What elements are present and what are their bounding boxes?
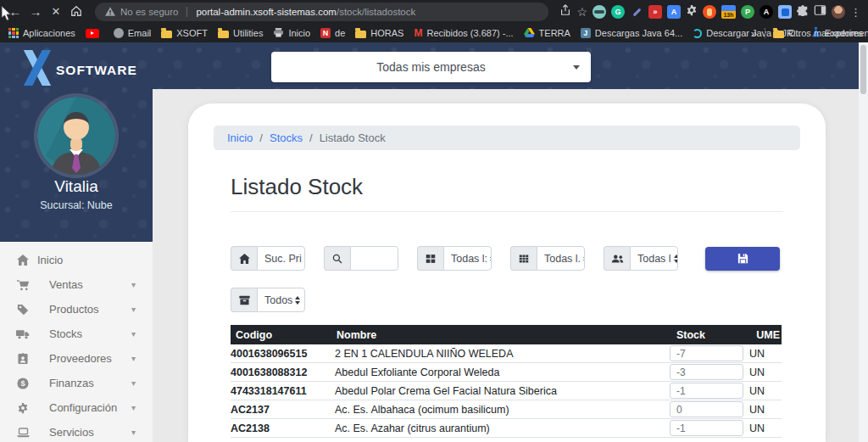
java-icon: J xyxy=(581,28,591,38)
company-select[interactable]: Todas mis empresas xyxy=(271,52,591,82)
column-header-codigo: Codigo xyxy=(231,325,335,344)
stock-input[interactable] xyxy=(670,364,743,380)
sidebar-item-inicio[interactable]: Inicio xyxy=(0,248,153,272)
line-select-2[interactable]: Todas l. xyxy=(537,246,585,271)
tag-icon xyxy=(15,304,31,316)
id-badge-icon xyxy=(15,353,31,365)
app-logo[interactable]: SOFTWARE xyxy=(21,50,137,86)
cart-icon xyxy=(15,279,31,291)
breadcrumb-inicio[interactable]: Inicio xyxy=(227,131,253,144)
sidebar-item-proveedores[interactable]: Proveedores ▾ xyxy=(0,346,153,371)
printer-icon xyxy=(273,28,284,39)
divider xyxy=(186,7,187,17)
deposit-filter: Todos xyxy=(231,288,305,312)
save-button[interactable] xyxy=(705,247,780,271)
page-scrollbar[interactable] xyxy=(859,42,868,442)
name-cell: Ac. Es. Albahaca (ocimum basilicum) xyxy=(335,400,670,419)
sidebar-item-productos[interactable]: Productos ▾ xyxy=(0,297,153,322)
browser-toolbar: ← → ✕ No es seguro portal-admin.xsoft-si… xyxy=(0,0,868,24)
deposit-select[interactable]: Todos xyxy=(257,288,305,312)
browser-menu-icon[interactable]: ⋮ xyxy=(850,6,861,19)
code-cell: 4001638096515 xyxy=(231,344,335,363)
bookmarks-overflow-chevron[interactable]: » xyxy=(751,27,757,40)
mouse-cursor xyxy=(1,5,12,25)
stop-button[interactable]: ✕ xyxy=(46,0,66,24)
sidebar-item-ventas[interactable]: Ventas ▾ xyxy=(0,272,153,297)
sidebar-profile-panel: SOFTWARE Vitalia Sucursal: Nube xyxy=(0,42,153,242)
sidebar-item-configuracion[interactable]: Configuración ▾ xyxy=(0,395,153,420)
bookmark-star-icon[interactable]: ☆ xyxy=(576,5,587,19)
chevron-down-icon: ▾ xyxy=(131,305,136,314)
sort-arrows-icon xyxy=(674,255,678,263)
dollar-circle-icon: $ xyxy=(15,378,31,389)
divider xyxy=(231,211,783,212)
c-ring-icon xyxy=(693,29,702,38)
line-select-3[interactable]: Todas l xyxy=(630,246,678,271)
bookmark-drive-terra[interactable]: TERRA xyxy=(524,28,570,39)
warning-icon xyxy=(105,4,115,20)
home-button[interactable] xyxy=(66,0,86,25)
extension-mask-icon[interactable] xyxy=(593,5,606,19)
stock-input[interactable] xyxy=(670,383,743,399)
bookmark-folder-horas[interactable]: HORAS xyxy=(355,28,403,38)
folder-icon xyxy=(161,31,172,38)
extension-translate-icon[interactable]: A xyxy=(667,5,681,19)
truck-icon xyxy=(15,329,31,339)
bookmark-gmail[interactable]: MRecibidos (3.687) -... xyxy=(414,27,513,39)
breadcrumb-stocks[interactable]: Stocks xyxy=(270,131,303,144)
extension-a-icon[interactable]: A xyxy=(760,5,773,19)
search-input[interactable] xyxy=(350,246,398,271)
bookmark-folder-utilities[interactable]: Utilities xyxy=(218,28,263,38)
bookmark-apps[interactable]: Aplicaciones xyxy=(8,28,75,38)
globe-icon xyxy=(114,28,124,38)
extensions-puzzle-icon[interactable] xyxy=(797,4,809,20)
stock-input[interactable] xyxy=(670,345,743,361)
user-name: Vitalia xyxy=(0,177,153,196)
bookmark-folder-xsoft[interactable]: XSOFT xyxy=(161,28,208,38)
chevron-down-icon: ▾ xyxy=(131,329,136,338)
search-filter xyxy=(324,246,398,271)
address-bar[interactable]: No es seguro portal-admin.xsoft-sistemas… xyxy=(95,3,548,21)
sidebar-item-finanzas[interactable]: $ Finanzas ▾ xyxy=(0,371,153,395)
extension-translate2-icon[interactable] xyxy=(778,5,792,19)
stock-input[interactable] xyxy=(670,420,743,436)
sidebar-nav: Inicio Ventas ▾ Productos ▾ Stocks ▾ Pro… xyxy=(0,242,153,442)
side-panel-icon[interactable] xyxy=(814,4,826,20)
forward-button[interactable]: → xyxy=(25,0,46,24)
search-icon xyxy=(324,246,350,271)
sidebar-item-servicios[interactable]: Servicios ▾ xyxy=(0,420,153,442)
bookmark-youtube[interactable] xyxy=(86,29,103,38)
sidebar-item-stocks[interactable]: Stocks ▾ xyxy=(0,322,153,346)
extension-gear-icon[interactable] xyxy=(686,4,698,20)
bookmark-java64[interactable]: JDescargas Java 64... xyxy=(581,28,682,38)
other-bookmarks[interactable]: Otros marcadores xyxy=(773,28,863,38)
branch-select[interactable]: Suc. Pri xyxy=(257,246,305,271)
content-card: Inicio / Stocks / Listado Stock Listado … xyxy=(188,104,826,442)
bookmark-inicio[interactable]: Inicio xyxy=(273,28,310,39)
extension-flame-icon[interactable] xyxy=(703,5,716,19)
share-icon[interactable] xyxy=(559,4,571,20)
ume-cell: UN xyxy=(749,363,782,382)
extension-p-icon[interactable]: P xyxy=(741,5,754,19)
line-select-1[interactable]: Todas l: xyxy=(443,246,492,271)
bookmark-de[interactable]: Nde xyxy=(320,28,345,38)
code-cell: AC2138 xyxy=(231,419,335,438)
bookmarks-bar: Aplicaciones Email XSOFT Utilities Inici… xyxy=(0,24,868,42)
chevron-down-icon: ▾ xyxy=(131,428,136,437)
bookmark-email[interactable]: Email xyxy=(114,28,152,38)
extension-downloader-icon[interactable]: » xyxy=(648,5,662,19)
profile-avatar[interactable] xyxy=(832,5,845,19)
filter-row: Suc. Pri Todas l: Todas l. Todas l xyxy=(231,246,783,271)
page-title: Listado Stock xyxy=(231,174,783,199)
user-avatar[interactable] xyxy=(37,97,115,175)
stock-table: Codigo Nombre Stock UME 4001638096515 2 … xyxy=(231,325,782,438)
main-content: Inicio / Stocks / Listado Stock Listado … xyxy=(153,89,859,442)
stock-input[interactable] xyxy=(670,401,743,417)
extension-pen-icon[interactable] xyxy=(630,5,643,19)
breadcrumb-separator: / xyxy=(309,131,313,144)
scrollbar-thumb[interactable] xyxy=(860,45,866,94)
security-label[interactable]: No es seguro xyxy=(120,7,178,17)
extension-grammarly-icon[interactable]: G xyxy=(611,5,625,19)
extension-timer-icon[interactable]: 13h xyxy=(721,5,736,19)
apps-grid-icon xyxy=(8,28,19,38)
